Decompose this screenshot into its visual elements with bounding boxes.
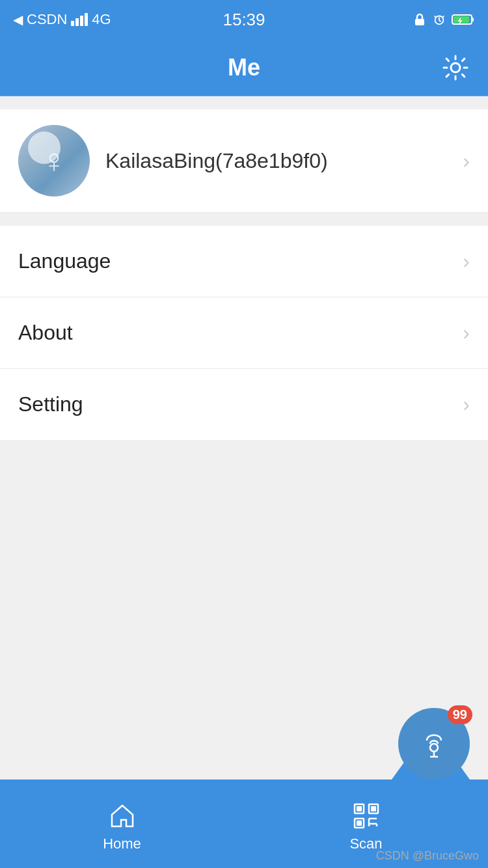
avatar bbox=[18, 125, 90, 197]
status-time: 15:39 bbox=[223, 10, 265, 30]
svg-point-5 bbox=[451, 63, 460, 72]
watermark: CSDN @BruceGwo bbox=[376, 849, 479, 863]
menu-item-setting[interactable]: Setting › bbox=[0, 369, 488, 440]
fab-container: 99 bbox=[392, 714, 470, 780]
svg-rect-11 bbox=[371, 806, 376, 811]
svg-rect-4 bbox=[472, 18, 474, 21]
svg-rect-0 bbox=[415, 19, 424, 25]
lock-icon bbox=[413, 12, 427, 27]
profile-row[interactable]: KailasaBing(7a8e1b9f0) › bbox=[0, 109, 488, 213]
about-chevron-icon: › bbox=[463, 321, 470, 345]
back-arrow: ◀ bbox=[13, 12, 23, 27]
language-chevron-icon: › bbox=[463, 249, 470, 273]
carrier-name: CSDN bbox=[27, 11, 67, 28]
profile-username: KailasaBing(7a8e1b9f0) bbox=[105, 149, 447, 173]
fab-antenna-icon bbox=[417, 727, 451, 761]
about-label: About bbox=[18, 321, 73, 345]
menu-item-about[interactable]: About › bbox=[0, 297, 488, 369]
fab-button[interactable]: 99 bbox=[398, 708, 470, 780]
tab-home[interactable]: Home bbox=[0, 795, 244, 852]
page-title: Me bbox=[228, 54, 260, 81]
status-left: ◀ CSDN 4G bbox=[13, 11, 111, 28]
tab-scan[interactable]: Scan bbox=[244, 795, 488, 852]
profile-chevron-icon: › bbox=[463, 149, 470, 173]
gap-after-profile bbox=[0, 213, 488, 226]
signal-icon bbox=[71, 13, 88, 26]
setting-label: Setting bbox=[18, 392, 83, 416]
menu-item-language[interactable]: Language › bbox=[0, 226, 488, 297]
setting-chevron-icon: › bbox=[463, 392, 470, 416]
tab-home-label: Home bbox=[103, 835, 141, 852]
svg-point-16 bbox=[430, 744, 438, 752]
svg-rect-3 bbox=[454, 16, 469, 23]
fab-badge: 99 bbox=[448, 705, 472, 724]
network-type: 4G bbox=[92, 11, 111, 28]
gap-top bbox=[0, 96, 488, 109]
app-header: Me bbox=[0, 39, 488, 96]
svg-rect-9 bbox=[357, 806, 362, 811]
settings-button[interactable] bbox=[441, 53, 470, 82]
scan-icon bbox=[352, 802, 381, 830]
status-icons bbox=[413, 12, 475, 27]
alarm-icon bbox=[432, 12, 446, 27]
home-icon bbox=[108, 802, 137, 830]
language-label: Language bbox=[18, 249, 111, 273]
menu-section: Language › About › Setting › bbox=[0, 226, 488, 440]
svg-rect-10 bbox=[357, 821, 362, 826]
status-bar: ◀ CSDN 4G 15:39 bbox=[0, 0, 488, 39]
battery-icon bbox=[452, 12, 475, 27]
